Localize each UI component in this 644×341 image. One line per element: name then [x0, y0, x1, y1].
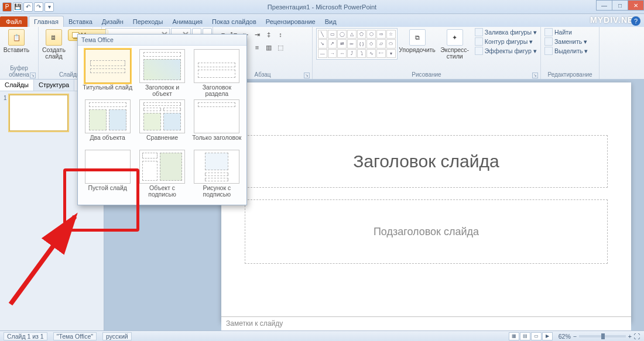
layout-title-content[interactable]: Заголовок и объект [136, 49, 188, 97]
subtitle-placeholder[interactable]: Подзаголовок слайда [245, 199, 608, 264]
paragraph-dialog-launcher[interactable]: ↘ [304, 73, 310, 78]
shape-format-links: Заливка фигуры ▾ Контур фигуры ▾ Эффекты… [475, 28, 537, 55]
view-slideshow-button[interactable]: ▶ [542, 332, 553, 340]
status-slide-count: Слайд 1 из 1 [4, 332, 47, 340]
shape-outline-icon [475, 37, 483, 46]
layout-content-caption[interactable]: Объект с подписью [136, 150, 188, 198]
zoom-value: 62% [559, 333, 571, 340]
status-language[interactable]: русский [102, 332, 132, 340]
title-placeholder[interactable]: Заголовок слайда [245, 135, 608, 188]
layout-two-content[interactable]: Два объекта [81, 99, 133, 147]
group-clipboard: 📋 Вставить Буфер обмена↘ [0, 27, 39, 79]
layout-caption: Только заголовок [192, 135, 241, 147]
layout-caption: Рисунок с подписью [191, 185, 243, 198]
maximize-button[interactable]: □ [612, 0, 628, 11]
pane-tab-outline[interactable]: Структура [34, 80, 74, 91]
status-theme: "Тема Office" [53, 332, 97, 340]
line-spacing-button[interactable]: ‡ [263, 29, 274, 40]
group-drawing-label: Рисование↘ [316, 71, 537, 79]
tab-insert[interactable]: Вставка [64, 16, 97, 27]
tab-design[interactable]: Дизайн [97, 16, 128, 27]
layout-caption: Заголовок раздела [191, 84, 243, 97]
convert-smartart-button[interactable]: ⬚ [275, 42, 286, 53]
zoom-slider[interactable] [579, 335, 626, 337]
window-title: Презентация1 - Microsoft PowerPoint [268, 4, 376, 11]
shape-effects-button[interactable]: Эффекты фигур ▾ [475, 47, 537, 55]
shape-outline-button[interactable]: Контур фигуры ▾ [475, 37, 537, 46]
tab-review[interactable]: Рецензирование [261, 16, 320, 27]
select-button[interactable]: Выделить ▾ [544, 47, 588, 55]
quick-styles-button[interactable]: ✦ Экспресс-стили [437, 28, 472, 60]
zoom-out-button[interactable]: − [573, 333, 577, 340]
group-editing: Найти Заменить ▾ Выделить ▾ Редактирован… [541, 27, 600, 79]
drawing-dialog-launcher[interactable]: ↘ [532, 73, 538, 78]
justify-button[interactable]: ≡ [252, 42, 262, 53]
tab-file[interactable]: Файл [0, 16, 28, 27]
view-buttons: ▦ ▤ ▭ ▶ [509, 332, 553, 340]
paste-label: Вставить [4, 47, 30, 53]
paste-button[interactable]: 📋 Вставить [4, 28, 29, 53]
tab-animation[interactable]: Анимация [167, 16, 207, 27]
columns-button[interactable]: ▥ [263, 42, 274, 53]
zoom-control: 62% − + ⛶ [559, 333, 640, 340]
thumbnail-preview [9, 95, 68, 131]
arrange-icon: ⧉ [409, 29, 426, 46]
new-slide-button[interactable]: 🗏 Создать слайд [42, 28, 66, 60]
layout-caption: Заголовок и объект [136, 84, 188, 97]
title-bar: P 💾 ↶ ↷ ▾ Презентация1 - Microsoft Power… [0, 0, 644, 14]
shape-effects-icon [475, 47, 483, 55]
quick-styles-icon: ✦ [447, 29, 463, 46]
layout-title-only[interactable]: Только заголовок [191, 99, 243, 147]
app-icon: P [2, 2, 12, 12]
increase-indent-button[interactable]: ⇥ [252, 29, 262, 40]
close-button[interactable]: ✕ [628, 0, 644, 11]
window-buttons: — □ ✕ [597, 0, 644, 11]
replace-icon [544, 37, 553, 46]
notes-pane[interactable]: Заметки к слайду [221, 316, 631, 330]
redo-icon[interactable]: ↷ [34, 2, 43, 12]
quick-styles-label: Экспресс-стили [437, 47, 472, 60]
clipboard-dialog-launcher[interactable]: ↘ [30, 73, 36, 78]
layout-picture-caption[interactable]: Рисунок с подписью [191, 150, 243, 198]
thumbnail-number: 1 [4, 95, 7, 131]
find-button[interactable]: Найти [544, 28, 588, 36]
slide-canvas[interactable]: Заголовок слайда Подзаголовок слайда [221, 82, 631, 322]
tab-home[interactable]: Главная [29, 16, 64, 27]
tab-view[interactable]: Вид [320, 16, 341, 27]
find-icon [544, 28, 553, 36]
save-icon[interactable]: 💾 [13, 2, 22, 12]
layout-title-slide[interactable]: Титульный слайд [81, 49, 133, 97]
select-icon [544, 47, 553, 55]
group-editing-label: Редактирование [544, 71, 595, 79]
ribbon-tabs: Файл Главная Вставка Дизайн Переходы Ани… [0, 14, 644, 27]
view-normal-button[interactable]: ▦ [509, 332, 519, 340]
replace-button[interactable]: Заменить ▾ [544, 37, 588, 46]
undo-icon[interactable]: ↶ [23, 2, 33, 12]
quick-access-toolbar: P 💾 ↶ ↷ ▾ [0, 2, 54, 12]
layout-section-header[interactable]: Заголовок раздела [191, 49, 243, 97]
layout-blank[interactable]: Пустой слайд [81, 150, 133, 198]
minimize-button[interactable]: — [596, 0, 612, 11]
qat-more-icon[interactable]: ▾ [44, 2, 54, 12]
pane-tab-slides[interactable]: Слайды [0, 80, 34, 91]
text-direction-button[interactable]: ↕ [275, 29, 286, 40]
layout-caption: Сравнение [146, 135, 178, 147]
arrange-label: Упорядочить [399, 47, 435, 53]
view-sorter-button[interactable]: ▤ [520, 332, 530, 340]
shape-fill-button[interactable]: Заливка фигуры ▾ [475, 28, 537, 36]
layout-comparison[interactable]: Сравнение [136, 99, 188, 147]
layout-caption: Пустой слайд [88, 185, 126, 198]
tab-slideshow[interactable]: Показ слайдов [207, 16, 261, 27]
arrange-button[interactable]: ⧉ Упорядочить [400, 28, 435, 53]
fit-to-window-button[interactable]: ⛶ [634, 333, 640, 340]
zoom-in-button[interactable]: + [628, 333, 632, 340]
layout-panel-header: Тема Office [78, 35, 246, 46]
paste-icon: 📋 [8, 29, 25, 46]
shapes-gallery[interactable]: ╲▭◯△⬠⬡⇨☆ ↘↗⇄⬰{ }◇▱⬭ —→↔⤴⤵∿⬳▾ [316, 28, 398, 60]
view-reading-button[interactable]: ▭ [531, 332, 542, 340]
shape-fill-icon [475, 28, 483, 36]
help-icon[interactable]: ? [631, 16, 640, 26]
tab-transitions[interactable]: Переходы [128, 16, 168, 27]
layout-dropdown-panel: Тема Office Титульный слайд Заголовок и … [77, 34, 247, 205]
group-drawing: ╲▭◯△⬠⬡⇨☆ ↘↗⇄⬰{ }◇▱⬭ —→↔⤴⤵∿⬳▾ ⧉ Упорядочи… [313, 27, 541, 79]
